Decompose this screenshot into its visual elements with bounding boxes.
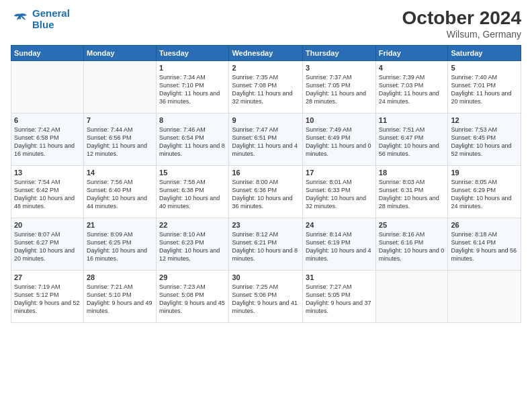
day-cell: 20Sunrise: 8:07 AMSunset: 6:27 PMDayligh…: [11, 218, 84, 270]
day-cell: 12Sunrise: 7:53 AMSunset: 6:45 PMDayligh…: [448, 113, 521, 165]
day-number: 25: [379, 221, 445, 229]
day-number: 16: [232, 169, 300, 177]
day-cell: 21Sunrise: 8:09 AMSunset: 6:25 PMDayligh…: [83, 218, 156, 270]
day-cell: 11Sunrise: 7:51 AMSunset: 6:47 PMDayligh…: [375, 113, 448, 165]
day-number: 2: [232, 64, 300, 72]
day-number: 4: [379, 64, 445, 72]
day-info: Sunrise: 8:12 AMSunset: 6:21 PMDaylight:…: [232, 230, 300, 263]
day-info: Sunrise: 7:35 AMSunset: 7:08 PMDaylight:…: [232, 73, 300, 106]
col-friday: Friday: [375, 45, 448, 60]
day-number: 28: [87, 273, 153, 281]
col-saturday: Saturday: [448, 45, 521, 60]
day-info: Sunrise: 7:54 AMSunset: 6:42 PMDaylight:…: [14, 178, 81, 211]
logo-line2: Blue: [32, 19, 54, 30]
logo-line1: General: [32, 7, 70, 19]
day-info: Sunrise: 7:49 AMSunset: 6:49 PMDaylight:…: [306, 126, 373, 158]
day-number: 3: [306, 64, 373, 72]
day-cell: 4Sunrise: 7:39 AMSunset: 7:03 PMDaylight…: [375, 60, 448, 113]
location: Wilsum, Germany: [402, 29, 521, 40]
day-number: 13: [14, 169, 81, 177]
day-number: 17: [306, 169, 373, 177]
col-tuesday: Tuesday: [157, 45, 229, 60]
day-cell: 26Sunrise: 8:18 AMSunset: 6:14 PMDayligh…: [448, 218, 521, 270]
col-monday: Monday: [83, 45, 156, 60]
day-number: 10: [306, 116, 373, 124]
day-cell: 1Sunrise: 7:34 AMSunset: 7:10 PMDaylight…: [157, 60, 229, 113]
day-info: Sunrise: 8:18 AMSunset: 6:14 PMDaylight:…: [451, 230, 518, 263]
day-number: 6: [14, 116, 81, 124]
day-cell: 2Sunrise: 7:35 AMSunset: 7:08 PMDaylight…: [229, 60, 303, 113]
day-info: Sunrise: 8:07 AMSunset: 6:27 PMDaylight:…: [14, 230, 81, 263]
day-number: 20: [14, 221, 81, 229]
day-number: 14: [87, 169, 153, 177]
day-info: Sunrise: 7:19 AMSunset: 5:12 PMDaylight:…: [14, 283, 81, 316]
day-info: Sunrise: 8:05 AMSunset: 6:29 PMDaylight:…: [451, 178, 518, 211]
col-thursday: Thursday: [303, 45, 376, 60]
day-cell: 10Sunrise: 7:49 AMSunset: 6:49 PMDayligh…: [303, 113, 376, 165]
day-info: Sunrise: 8:14 AMSunset: 6:19 PMDaylight:…: [306, 230, 373, 263]
logo: General Blue: [11, 8, 70, 30]
day-info: Sunrise: 7:25 AMSunset: 5:06 PMDaylight:…: [232, 283, 300, 316]
day-cell: 13Sunrise: 7:54 AMSunset: 6:42 PMDayligh…: [11, 165, 84, 218]
header-row: Sunday Monday Tuesday Wednesday Thursday…: [11, 45, 521, 60]
day-number: 31: [306, 273, 373, 281]
day-number: 18: [379, 169, 445, 177]
week-row-4: 20Sunrise: 8:07 AMSunset: 6:27 PMDayligh…: [11, 218, 521, 270]
day-number: 21: [87, 221, 153, 229]
day-number: 24: [306, 221, 373, 229]
day-cell: 24Sunrise: 8:14 AMSunset: 6:19 PMDayligh…: [303, 218, 376, 270]
col-sunday: Sunday: [11, 45, 84, 60]
day-cell: 17Sunrise: 8:01 AMSunset: 6:33 PMDayligh…: [303, 165, 376, 218]
day-number: 26: [451, 221, 518, 229]
week-row-1: 1Sunrise: 7:34 AMSunset: 7:10 PMDaylight…: [11, 60, 521, 113]
calendar-table: Sunday Monday Tuesday Wednesday Thursday…: [11, 45, 521, 323]
day-info: Sunrise: 7:58 AMSunset: 6:38 PMDaylight:…: [159, 178, 226, 211]
day-number: 12: [451, 116, 518, 124]
day-cell: 27Sunrise: 7:19 AMSunset: 5:12 PMDayligh…: [11, 270, 84, 322]
day-number: 23: [232, 221, 300, 229]
day-info: Sunrise: 7:47 AMSunset: 6:51 PMDaylight:…: [232, 126, 300, 158]
day-number: 7: [87, 116, 153, 124]
day-cell: 18Sunrise: 8:03 AMSunset: 6:31 PMDayligh…: [375, 165, 448, 218]
day-info: Sunrise: 8:00 AMSunset: 6:36 PMDaylight:…: [232, 178, 300, 211]
header: General Blue October 2024 Wilsum, German…: [11, 8, 521, 40]
day-info: Sunrise: 7:37 AMSunset: 7:05 PMDaylight:…: [306, 73, 373, 106]
logo-icon: [11, 11, 30, 28]
page: General Blue October 2024 Wilsum, German…: [0, 0, 532, 411]
day-info: Sunrise: 7:23 AMSunset: 5:08 PMDaylight:…: [159, 283, 226, 316]
day-info: Sunrise: 8:10 AMSunset: 6:23 PMDaylight:…: [159, 230, 226, 263]
logo-text: General Blue: [32, 8, 70, 30]
day-cell: 7Sunrise: 7:44 AMSunset: 6:56 PMDaylight…: [83, 113, 156, 165]
col-wednesday: Wednesday: [229, 45, 303, 60]
day-info: Sunrise: 7:21 AMSunset: 5:10 PMDaylight:…: [87, 283, 153, 316]
day-info: Sunrise: 7:42 AMSunset: 6:58 PMDaylight:…: [14, 126, 81, 158]
title-block: October 2024 Wilsum, Germany: [402, 8, 521, 40]
day-info: Sunrise: 8:03 AMSunset: 6:31 PMDaylight:…: [379, 178, 445, 211]
day-cell: [83, 60, 156, 113]
day-info: Sunrise: 7:46 AMSunset: 6:54 PMDaylight:…: [159, 126, 226, 158]
day-number: 30: [232, 273, 300, 281]
month-title: October 2024: [402, 8, 521, 29]
week-row-3: 13Sunrise: 7:54 AMSunset: 6:42 PMDayligh…: [11, 165, 521, 218]
day-cell: 31Sunrise: 7:27 AMSunset: 5:05 PMDayligh…: [303, 270, 376, 322]
day-number: 22: [159, 221, 226, 229]
day-info: Sunrise: 7:39 AMSunset: 7:03 PMDaylight:…: [379, 73, 445, 106]
day-cell: 16Sunrise: 8:00 AMSunset: 6:36 PMDayligh…: [229, 165, 303, 218]
day-cell: 22Sunrise: 8:10 AMSunset: 6:23 PMDayligh…: [157, 218, 229, 270]
day-number: 29: [159, 273, 226, 281]
day-cell: 15Sunrise: 7:58 AMSunset: 6:38 PMDayligh…: [157, 165, 229, 218]
day-info: Sunrise: 7:44 AMSunset: 6:56 PMDaylight:…: [87, 126, 153, 158]
day-info: Sunrise: 7:56 AMSunset: 6:40 PMDaylight:…: [87, 178, 153, 211]
day-number: 11: [379, 116, 445, 124]
day-info: Sunrise: 7:40 AMSunset: 7:01 PMDaylight:…: [451, 73, 518, 106]
day-cell: 28Sunrise: 7:21 AMSunset: 5:10 PMDayligh…: [83, 270, 156, 322]
day-info: Sunrise: 7:27 AMSunset: 5:05 PMDaylight:…: [306, 283, 373, 316]
day-number: 8: [159, 116, 226, 124]
day-info: Sunrise: 8:09 AMSunset: 6:25 PMDaylight:…: [87, 230, 153, 263]
day-info: Sunrise: 7:34 AMSunset: 7:10 PMDaylight:…: [159, 73, 226, 106]
day-number: 9: [232, 116, 300, 124]
day-cell: [448, 270, 521, 322]
day-number: 19: [451, 169, 518, 177]
day-cell: [11, 60, 84, 113]
day-cell: 14Sunrise: 7:56 AMSunset: 6:40 PMDayligh…: [83, 165, 156, 218]
